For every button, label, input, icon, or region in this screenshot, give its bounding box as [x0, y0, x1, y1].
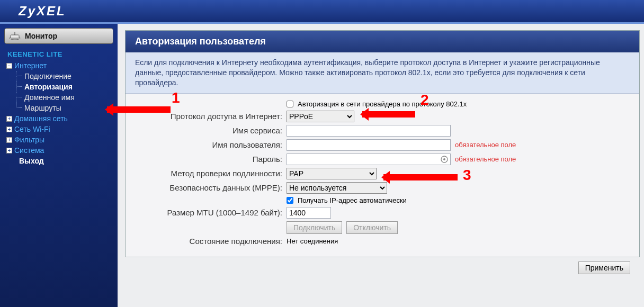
- label-protocol: Протокол доступа в Интернет:: [130, 112, 282, 121]
- hint-required-pass: обязательное поле: [455, 155, 516, 163]
- sidebar-item-system[interactable]: + Система: [6, 145, 118, 156]
- form-area: Авторизация в сети провайдера по протоко…: [126, 94, 639, 257]
- connect-button[interactable]: Подключить: [287, 221, 342, 234]
- sidebar-item-wifi[interactable]: + Сеть Wi-Fi: [6, 124, 118, 134]
- plus-icon: +: [6, 116, 12, 122]
- label-password: Пароль:: [130, 155, 282, 164]
- eye-icon[interactable]: [440, 155, 449, 165]
- monitor-label: Монитор: [25, 32, 57, 40]
- monitor-icon: [9, 32, 21, 40]
- plus-icon: +: [6, 148, 12, 154]
- sidebar-item-label: Фильтры: [14, 136, 44, 144]
- disconnect-button[interactable]: Отключить: [346, 221, 398, 234]
- sidebar-item-label: Интернет: [14, 61, 47, 70]
- apply-button[interactable]: Применить: [578, 261, 630, 274]
- brand-logo: ZyXEL: [19, 4, 66, 19]
- label-mtu: Размер MTU (1000–1492 байт):: [130, 208, 282, 217]
- input-service[interactable]: [287, 125, 451, 137]
- checkbox-8021x-label: Авторизация в сети провайдера по протоко…: [298, 100, 467, 108]
- input-password[interactable]: [287, 154, 451, 165]
- label-authmethod: Метод проверки подлинности:: [130, 169, 282, 178]
- connection-state: Нет соединения: [287, 237, 338, 245]
- svg-point-4: [443, 158, 445, 160]
- checkbox-8021x[interactable]: [287, 101, 293, 107]
- panel: Авторизация пользователя Если для подклю…: [125, 30, 640, 257]
- sidebar-item-routes[interactable]: Маршруты: [16, 103, 118, 113]
- sidebar: Монитор KEENETIC LITE − Интернет Подключ…: [0, 24, 118, 307]
- sidebar-item-label: Сеть Wi-Fi: [14, 125, 50, 133]
- svg-rect-1: [11, 35, 19, 38]
- checkbox-autoip[interactable]: [287, 197, 293, 204]
- panel-description: Если для подключения к Интернету необход…: [126, 52, 639, 94]
- sidebar-item-filters[interactable]: + Фильтры: [6, 134, 118, 145]
- product-name: KEENETIC LITE: [0, 48, 118, 60]
- sidebar-item-internet[interactable]: − Интернет: [6, 60, 118, 71]
- minus-icon: −: [6, 63, 12, 69]
- select-mppe[interactable]: Не используется: [287, 182, 387, 194]
- checkbox-autoip-label: Получать IP-адрес автоматически: [298, 196, 407, 204]
- content: Авторизация пользователя Если для подклю…: [118, 24, 644, 307]
- sidebar-item-label: Система: [14, 146, 44, 155]
- label-service: Имя сервиса:: [130, 126, 282, 135]
- header: ZyXEL: [0, 0, 644, 24]
- panel-title: Авторизация пользователя: [126, 31, 639, 52]
- sidebar-item-exit[interactable]: Выход: [6, 156, 118, 166]
- sidebar-item-connection[interactable]: Подключение: [16, 71, 118, 82]
- plus-icon: +: [6, 127, 12, 132]
- input-mtu[interactable]: [287, 207, 331, 219]
- select-authmethod[interactable]: PAP: [287, 168, 377, 179]
- sidebar-item-homenet[interactable]: + Домашняя сеть: [6, 113, 118, 124]
- hint-required-user: обязательное поле: [455, 141, 516, 149]
- label-username: Имя пользователя:: [130, 140, 282, 149]
- sidebar-item-authorization[interactable]: Авторизация: [16, 82, 118, 92]
- sidebar-item-label: Домашняя сеть: [14, 114, 68, 123]
- input-username[interactable]: [287, 139, 451, 151]
- select-protocol[interactable]: PPPoE: [287, 111, 354, 122]
- plus-icon: +: [6, 137, 12, 143]
- monitor-panel[interactable]: Монитор: [4, 28, 113, 44]
- sidebar-item-domainname[interactable]: Доменное имя: [16, 92, 118, 103]
- label-state: Состояние подключения:: [130, 237, 282, 246]
- label-mppe: Безопасность данных (MPPE):: [130, 183, 282, 192]
